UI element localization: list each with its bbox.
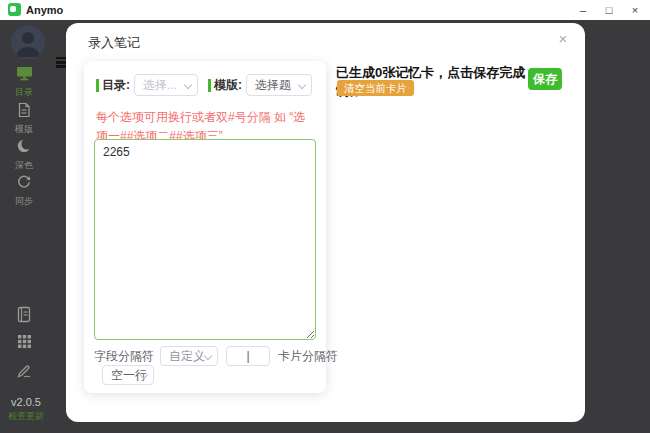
template-select-value: 选择题 (255, 78, 291, 92)
note-form-card: 目录: 选择... 模版: 选择题 每个选项可用换行或者双#号分隔 如 “选项一… (84, 61, 326, 393)
window-close-button[interactable]: × (622, 0, 648, 20)
notebook-icon (17, 306, 31, 323)
sync-icon (16, 174, 32, 190)
field-separator-label: 字段分隔符 (94, 348, 154, 365)
chevron-down-icon (184, 81, 192, 89)
sidebar-item-darkmode[interactable]: 深色 (4, 138, 44, 172)
sidebar-item-grid[interactable] (4, 334, 44, 353)
template-label: 模版: (214, 77, 242, 94)
app-logo-icon (8, 3, 21, 16)
field-separator-select[interactable]: 自定义 (160, 346, 218, 366)
custom-separator-input[interactable]: | (226, 346, 270, 366)
moon-icon (16, 138, 32, 154)
grid-icon (17, 334, 32, 349)
app-title: Anymo (26, 4, 63, 16)
sidebar-item-notebook[interactable] (4, 306, 44, 327)
note-content-textarea[interactable]: 2265 (94, 139, 316, 340)
card-separator-select[interactable]: 空一行 (102, 365, 154, 385)
sidebar-item-catalog[interactable]: 目录 (4, 66, 44, 99)
label-accent-bar (96, 79, 99, 92)
document-icon (17, 102, 31, 118)
sidebar-item-pen[interactable] (4, 362, 44, 382)
sidebar-item-label: 深色 (4, 159, 44, 172)
template-select[interactable]: 选择题 (246, 74, 312, 96)
clear-cards-button[interactable]: 清空当前卡片 (337, 80, 414, 96)
card-separator-label: 卡片分隔符 (278, 348, 338, 365)
monitor-icon (16, 66, 33, 81)
catalog-label: 目录: (102, 77, 130, 94)
sidebar-item-template[interactable]: 模版 (4, 102, 44, 136)
sidebar-item-label: 模版 (4, 123, 44, 136)
catalog-select[interactable]: 选择... (134, 74, 198, 96)
chevron-down-icon (298, 81, 306, 89)
app-window: 目录 模版 深色 (0, 0, 650, 433)
check-update-link[interactable]: 检查更新 (4, 410, 48, 423)
close-icon[interactable]: × (553, 29, 573, 49)
field-separator-value: 自定义 (169, 349, 205, 363)
note-entry-modal: 录入笔记 × 目录: 选择... 模版: 选择题 每个选项可用换行或者双#号分隔… (66, 23, 585, 422)
titlebar: Anymo – □ × (0, 0, 650, 20)
avatar[interactable] (11, 25, 45, 59)
sidebar-item-sync[interactable]: 同步 (4, 174, 44, 208)
label-accent-bar (208, 79, 211, 92)
minimize-button[interactable]: – (570, 0, 596, 20)
app-version: v2.0.5 (4, 396, 48, 408)
maximize-button[interactable]: □ (596, 0, 622, 20)
pen-icon (16, 362, 32, 378)
chevron-down-icon (204, 352, 212, 360)
menu-icon (56, 57, 66, 70)
catalog-select-value: 选择... (143, 78, 177, 92)
sidebar-item-label: 目录 (4, 86, 44, 99)
save-button[interactable]: 保存 (528, 68, 562, 90)
sidebar-item-label: 同步 (4, 195, 44, 208)
modal-title: 录入笔记 (88, 34, 140, 52)
